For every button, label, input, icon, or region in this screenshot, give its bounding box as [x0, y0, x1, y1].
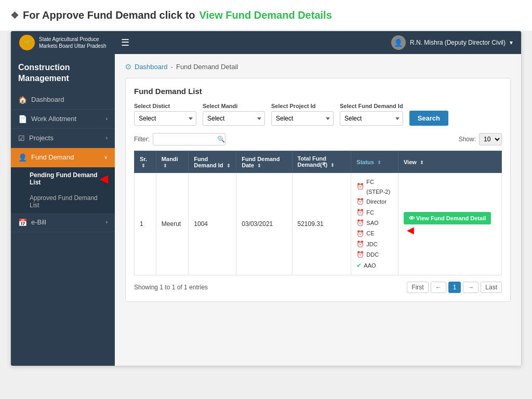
- col-total-fund[interactable]: Total Fund Demand(₹) ⇕: [292, 151, 351, 173]
- red-arrow-icon: ◀: [407, 225, 414, 235]
- breadcrumb-separator: -: [171, 63, 173, 71]
- mandi-label: Select Mandi: [203, 103, 265, 109]
- sidebar-item-work-allotment[interactable]: 📄 Work Allotment ›: [11, 110, 115, 129]
- breadcrumb-link[interactable]: Dashboard: [135, 63, 168, 71]
- filter-row: Select Distict Select Select Mandi Selec…: [134, 103, 502, 126]
- pagination-prev[interactable]: ←: [431, 282, 446, 293]
- pagination-last[interactable]: Last: [481, 282, 502, 293]
- col-sr[interactable]: Sr. ⇕: [135, 151, 156, 173]
- district-select[interactable]: Select: [134, 111, 196, 126]
- hamburger-button[interactable]: ☰: [121, 37, 129, 48]
- user-avatar: 👤: [391, 35, 406, 50]
- sidebar-item-dashboard[interactable]: 🏠 Dashboard: [11, 90, 115, 110]
- sort-icon-sr: ⇕: [141, 163, 145, 168]
- sidebar-label-work-allotment: Work Allotment: [31, 115, 102, 123]
- approved-fund-label: Approved Fund Demand List: [30, 194, 98, 209]
- sort-icon-view: ⇕: [420, 160, 424, 165]
- clock-icon: ⏰: [356, 196, 364, 207]
- diamond-icon: ❖: [10, 10, 19, 21]
- card-title: Fund Demand List: [134, 87, 502, 96]
- show-select[interactable]: 10: [479, 133, 502, 145]
- filter-input[interactable]: [153, 133, 225, 145]
- show-label: Show:: [459, 136, 476, 143]
- pagination-info: Showing 1 to 1 of 1 entries: [134, 284, 208, 291]
- search-button[interactable]: Search: [409, 111, 448, 126]
- col-mandi[interactable]: Mandi ⇕: [156, 151, 188, 173]
- logo-text: State Agricultural Produce Markets Board…: [39, 36, 107, 49]
- sort-icon-mandi: ⇕: [163, 163, 167, 168]
- sidebar-label-dashboard: Dashboard: [31, 96, 108, 103]
- sidebar-item-ebill[interactable]: 📅 e-Bill ›: [11, 213, 115, 232]
- pagination-first[interactable]: First: [407, 282, 428, 293]
- status-line: ✔AAO: [356, 260, 393, 271]
- fund-demand-label: Select Fund Demand Id: [340, 103, 403, 109]
- col-fund-demand-date[interactable]: Fund Demand Date ⇕: [236, 151, 292, 173]
- data-table: Sr. ⇕ Mandi ⇕ Fund Demand Id ⇕ Fund Dema…: [134, 151, 502, 275]
- status-line: ⏰Director: [356, 196, 393, 207]
- instruction-highlight: View Fund Demand Details: [200, 9, 332, 21]
- arrow-icon-fund: ∨: [104, 154, 108, 160]
- table-filter: Filter: 🔍: [134, 133, 225, 145]
- status-label: FC (STEP-2): [366, 177, 393, 196]
- pagination-next[interactable]: →: [463, 282, 478, 293]
- mandi-select[interactable]: Select: [203, 111, 265, 126]
- cell-fund-demand-date: 03/03/2021: [236, 173, 292, 275]
- sidebar: Construction Management 🏠 Dashboard 📄 Wo…: [11, 54, 115, 366]
- status-label: Director: [366, 197, 387, 207]
- arrow-icon-projects: ›: [106, 135, 108, 141]
- cell-status: ⏰FC (STEP-2)⏰Director⏰FC⏰SAO⏰CE⏰JDC⏰DDC✔…: [351, 173, 398, 275]
- main-area: Construction Management 🏠 Dashboard 📄 Wo…: [11, 54, 521, 366]
- status-line: ⏰DDC: [356, 249, 393, 260]
- sidebar-label-fund-demand: Fund Demand: [31, 153, 100, 161]
- filter-mandi: Select Mandi Select: [203, 103, 265, 126]
- user-name: R.N. Mishra (Deputy Director Civil): [410, 39, 506, 46]
- district-label: Select Distict: [134, 103, 196, 109]
- header-instruction: ❖ For Approve Fund Demand click to View …: [0, 0, 532, 31]
- sidebar-sub-approved-fund[interactable]: Approved Fund Demand List: [11, 190, 115, 213]
- view-fund-demand-button[interactable]: 👁 View Fund Demand Detail: [404, 212, 491, 224]
- filter-district: Select Distict Select: [134, 103, 196, 126]
- pagination-current[interactable]: 1: [448, 282, 461, 293]
- status-label: JDC: [366, 240, 377, 249]
- clock-icon: ⏰: [356, 207, 364, 218]
- home-icon: 🏠: [18, 96, 27, 104]
- breadcrumb-icon: ⊙: [125, 62, 131, 71]
- sort-icon-status: ⇕: [377, 160, 381, 165]
- cell-total-fund: 52109.31: [292, 173, 351, 275]
- project-select[interactable]: Select: [271, 111, 334, 126]
- status-label: FC: [366, 208, 374, 218]
- sidebar-label-projects: Projects: [29, 134, 102, 142]
- calendar-icon: 📅: [18, 218, 27, 227]
- col-view[interactable]: View ⇕: [398, 151, 501, 173]
- table-row: 1Meerut100403/03/202152109.31⏰FC (STEP-2…: [135, 173, 502, 275]
- clock-icon: ⏰: [356, 181, 364, 192]
- user-info[interactable]: 👤 R.N. Mishra (Deputy Director Civil) ▾: [391, 35, 513, 50]
- check-icon: ✔: [356, 260, 362, 271]
- status-label: SAO: [366, 218, 378, 228]
- sidebar-item-projects[interactable]: ☑ Projects ›: [11, 129, 115, 148]
- pagination-controls: First ← 1 → Last: [407, 282, 502, 293]
- filter-project: Select Project Id Select: [271, 103, 334, 126]
- cell-fund-demand-id: 1004: [189, 173, 236, 275]
- status-label: CE: [366, 229, 374, 238]
- col-status[interactable]: Status ⇕: [351, 151, 398, 173]
- project-label: Select Project Id: [271, 103, 334, 109]
- red-arrow-indicator: ◀: [100, 172, 108, 185]
- filter-search-icon: 🔍: [217, 136, 225, 143]
- arrow-icon-ebill: ›: [106, 219, 108, 225]
- pending-fund-label: Pending Fund Demand List: [30, 171, 98, 186]
- table-controls: Filter: 🔍 Show: 10: [134, 133, 502, 145]
- sidebar-sub-pending-fund[interactable]: Pending Fund Demand List ◀: [11, 167, 115, 190]
- col-fund-demand-id[interactable]: Fund Demand Id ⇕: [189, 151, 236, 173]
- table-body: 1Meerut100403/03/202152109.31⏰FC (STEP-2…: [135, 173, 502, 275]
- sidebar-item-fund-demand[interactable]: 👤 Fund Demand ∨: [11, 148, 115, 167]
- checkbox-icon: ☑: [18, 134, 25, 142]
- fund-demand-select[interactable]: Select: [340, 111, 403, 126]
- page-content: ⊙ Dashboard - Fund Demand Detail Fund De…: [115, 54, 521, 366]
- breadcrumb-current: Fund Demand Detail: [176, 63, 238, 71]
- sort-icon-fddate: ⇕: [257, 163, 261, 168]
- show-control: Show: 10: [459, 133, 502, 145]
- logo-icon: 🌱: [19, 35, 35, 50]
- sort-icon-fdid: ⇕: [227, 163, 231, 168]
- clock-icon: ⏰: [356, 229, 364, 239]
